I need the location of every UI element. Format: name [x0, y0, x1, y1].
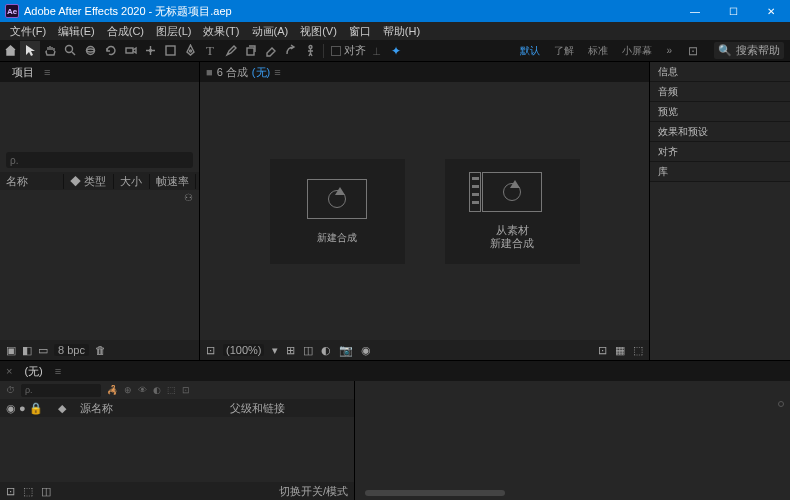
minimize-button[interactable]: ― — [676, 0, 714, 22]
panel-align[interactable]: 对齐 — [650, 142, 790, 162]
guides-icon[interactable]: ◫ — [303, 344, 313, 357]
puppet-tool[interactable] — [300, 41, 320, 61]
toggle-switches-button[interactable]: 切换开关/模式 — [279, 484, 348, 499]
menu-view[interactable]: 视图(V) — [294, 22, 343, 41]
tl-btn-3[interactable]: ◫ — [41, 485, 51, 498]
tl-icon-4[interactable]: ⬚ — [167, 385, 176, 395]
col-type[interactable]: ◆ 类型 — [64, 174, 114, 189]
menu-window[interactable]: 窗口 — [343, 22, 377, 41]
snap-mode-icon[interactable]: ⟂ — [366, 41, 386, 61]
panel-libraries[interactable]: 库 — [650, 162, 790, 182]
panel-info[interactable]: 信息 — [650, 62, 790, 82]
help-search-input[interactable]: 🔍搜索帮助 — [714, 42, 784, 59]
home-button[interactable] — [0, 41, 20, 61]
snap-mode2-icon[interactable]: ✦ — [386, 41, 406, 61]
timeline-canvas[interactable] — [355, 399, 790, 500]
col-name[interactable]: 名称 — [0, 174, 64, 189]
menu-layer[interactable]: 图层(L) — [150, 22, 197, 41]
workspace-small[interactable]: 小屏幕 — [622, 44, 652, 58]
new-folder-icon[interactable]: ▭ — [38, 344, 48, 357]
app-logo-icon: Ae — [5, 4, 19, 18]
mask-icon[interactable]: ◐ — [321, 344, 331, 357]
lock-col-icon[interactable]: 🔒 — [29, 402, 43, 415]
zoom-dropdown[interactable]: (100%) — [223, 344, 264, 356]
tl-btn-2[interactable]: ⬚ — [23, 485, 33, 498]
maximize-button[interactable]: ☐ — [714, 0, 752, 22]
timecode-display[interactable]: ⏱ — [6, 385, 15, 395]
orbit-tool[interactable] — [80, 41, 100, 61]
zoom-tool[interactable] — [60, 41, 80, 61]
flowchart-icon[interactable]: ⚇ — [184, 192, 193, 203]
workspace-standard[interactable]: 标准 — [588, 44, 608, 58]
roto-tool[interactable] — [280, 41, 300, 61]
hand-tool[interactable] — [40, 41, 60, 61]
panel-preview[interactable]: 预览 — [650, 102, 790, 122]
menu-composition[interactable]: 合成(C) — [101, 22, 150, 41]
bpc-button[interactable]: 8 bpc — [54, 344, 89, 356]
shape-tool[interactable] — [160, 41, 180, 61]
label-col-icon[interactable]: ◆ — [58, 402, 76, 415]
tl-icon-5[interactable]: ⊡ — [182, 385, 190, 395]
trash-icon[interactable]: 🗑 — [95, 344, 106, 356]
rotate-tool[interactable] — [100, 41, 120, 61]
channel-icon[interactable]: ◉ — [361, 344, 371, 357]
clone-tool[interactable] — [240, 41, 260, 61]
menu-file[interactable]: 文件(F) — [4, 22, 52, 41]
timeline-tab[interactable]: (无) — [16, 362, 50, 381]
workspace-learn[interactable]: 了解 — [554, 44, 574, 58]
tl-btn-1[interactable]: ⊡ — [6, 485, 15, 498]
close-button[interactable]: ✕ — [752, 0, 790, 22]
brush-tool[interactable] — [220, 41, 240, 61]
view-layout-icon[interactable]: ▦ — [615, 344, 625, 357]
eye-col-icon[interactable]: ◉ — [6, 402, 16, 415]
project-search-input[interactable]: ρ. — [6, 152, 193, 168]
menu-edit[interactable]: 编辑(E) — [52, 22, 101, 41]
new-comp-from-footage-button[interactable]: 从素材新建合成 — [445, 159, 580, 264]
tl-icon-1[interactable]: 🦂 — [107, 385, 118, 395]
snap-toggle[interactable]: 对齐 — [331, 43, 366, 58]
project-tab[interactable]: 项目 — [6, 63, 40, 82]
tl-icon-3[interactable]: ◐ — [153, 385, 161, 395]
solo-col-icon[interactable]: ● — [19, 402, 26, 415]
menu-effect[interactable]: 效果(T) — [197, 22, 245, 41]
content-area: 项目≡ ρ. 名称 ◆ 类型 大小 帧速率 ⚇ ▣ ◧ ▭ 8 bpc 🗑 — [0, 62, 790, 360]
new-composition-button[interactable]: 新建合成 — [270, 159, 405, 264]
search-panel-icon[interactable]: ⊡ — [686, 44, 700, 58]
timeline-rows[interactable] — [0, 417, 354, 482]
panel-audio[interactable]: 音频 — [650, 82, 790, 102]
menu-help[interactable]: 帮助(H) — [377, 22, 426, 41]
3d-view-icon[interactable]: ⬚ — [633, 344, 643, 357]
timeline-track-area[interactable] — [355, 381, 790, 500]
col-parent[interactable]: 父级和链接 — [226, 401, 285, 416]
col-framerate[interactable]: 帧速率 — [150, 174, 196, 189]
comp-tab-active[interactable]: (无) — [252, 65, 270, 80]
workspace-overflow[interactable]: » — [666, 45, 672, 56]
tl-icon-2[interactable]: ⊕ — [124, 385, 132, 395]
eraser-tool[interactable] — [260, 41, 280, 61]
menu-animation[interactable]: 动画(A) — [246, 22, 295, 41]
proj-settings-icon[interactable]: ◧ — [22, 344, 32, 357]
workspace-default[interactable]: 默认 — [520, 44, 540, 58]
grid-icon[interactable]: ⊞ — [286, 344, 295, 357]
type-tool[interactable]: T — [200, 41, 220, 61]
zoom-slider[interactable] — [365, 490, 505, 496]
panel-effects[interactable]: 效果和预设 — [650, 122, 790, 142]
col-layer-name[interactable]: 源名称 — [76, 401, 226, 416]
comp-tab-prefix: 6 合成 — [217, 65, 248, 80]
pen-tool[interactable] — [180, 41, 200, 61]
tl-shy-icon[interactable]: 👁 — [138, 385, 147, 395]
comp-marker-icon[interactable] — [778, 401, 784, 407]
res-dropdown[interactable]: ▾ — [272, 344, 278, 357]
composition-footer: ⊡ (100%) ▾ ⊞ ◫ ◐ 📷 ◉ ⊡ ▦ ⬚ — [200, 340, 649, 360]
timeline-search-input[interactable]: ρ. — [21, 384, 101, 397]
project-items-list[interactable]: ⚇ — [0, 190, 199, 340]
interpret-icon[interactable]: ▣ — [6, 344, 16, 357]
snapshot-icon[interactable]: 📷 — [339, 344, 353, 357]
viewer-mouse-icon[interactable]: ⊡ — [206, 344, 215, 357]
anchor-tool[interactable] — [140, 41, 160, 61]
selection-tool[interactable] — [20, 41, 40, 61]
camera-tool[interactable] — [120, 41, 140, 61]
time-ruler[interactable] — [355, 381, 790, 399]
col-size[interactable]: 大小 — [114, 174, 150, 189]
timecode-icon[interactable]: ⊡ — [598, 344, 607, 357]
